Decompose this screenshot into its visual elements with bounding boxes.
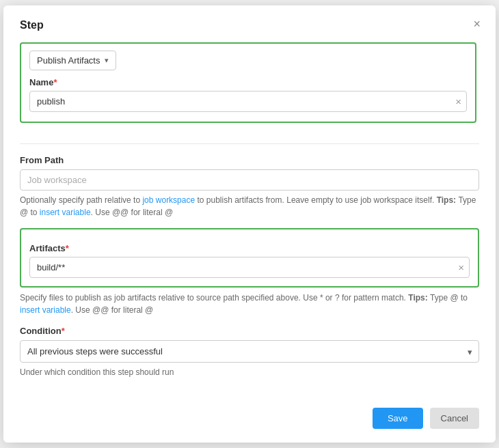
artifacts-required-star: *: [66, 243, 69, 253]
artifacts-input[interactable]: [29, 257, 470, 278]
job-workspace-link[interactable]: job workspace: [142, 195, 195, 205]
dialog-title: Step: [20, 19, 479, 31]
condition-helper: Under which condition this step should r…: [20, 366, 479, 378]
from-path-helper: Optionally specify path relative to job …: [20, 194, 479, 219]
name-required-star: *: [53, 77, 57, 87]
close-button[interactable]: ×: [470, 18, 483, 30]
condition-select-wrap: All previous steps were successful Alway…: [20, 340, 479, 363]
condition-required-star: *: [62, 326, 65, 336]
name-label: Name*: [29, 77, 467, 87]
cancel-button[interactable]: Cancel: [430, 408, 479, 429]
insert-variable-link-2[interactable]: insert variable: [20, 305, 71, 315]
artifacts-helper: Specify files to publish as job artifact…: [20, 292, 479, 316]
condition-section: Condition* All previous steps were succe…: [20, 326, 479, 378]
condition-label: Condition*: [20, 326, 479, 336]
from-path-label: From Path: [20, 155, 479, 165]
step-type-name-section: Publish Artifacts ▾ Name* ×: [20, 42, 476, 123]
insert-variable-link-1[interactable]: insert variable: [40, 208, 91, 217]
dialog-footer: Save Cancel: [373, 408, 479, 429]
name-input[interactable]: [29, 91, 467, 112]
name-clear-button[interactable]: ×: [455, 96, 461, 107]
artifacts-section: Artifacts* ×: [20, 228, 479, 288]
name-input-wrap: ×: [29, 91, 467, 112]
from-path-input[interactable]: [20, 169, 479, 191]
step-type-label: Publish Artifacts: [37, 55, 100, 66]
artifacts-input-wrap: ×: [29, 257, 470, 278]
artifacts-clear-button[interactable]: ×: [458, 262, 464, 272]
from-path-section: From Path Optionally specify path relati…: [20, 155, 479, 219]
save-button[interactable]: Save: [373, 408, 423, 429]
artifacts-label: Artifacts*: [29, 243, 470, 253]
step-type-chevron-icon: ▾: [105, 56, 109, 65]
step-type-dropdown[interactable]: Publish Artifacts ▾: [29, 51, 116, 70]
condition-select[interactable]: All previous steps were successful Alway…: [20, 340, 479, 363]
divider-1: [20, 143, 479, 144]
step-dialog: Step × Publish Artifacts ▾ Name* × From …: [3, 5, 496, 443]
from-path-input-wrap: [20, 169, 479, 191]
